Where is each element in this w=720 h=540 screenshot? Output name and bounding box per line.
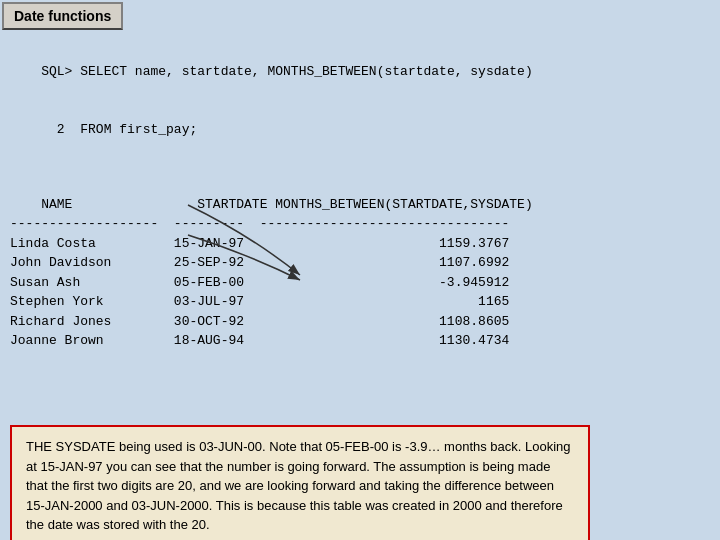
- title-bar: Date functions: [2, 2, 123, 30]
- sql-line1: SQL> SELECT name, startdate, MONTHS_BETW…: [41, 64, 532, 79]
- note-box: THE SYSDATE being used is 03-JUN-00. Not…: [10, 425, 590, 540]
- note-text: THE SYSDATE being used is 03-JUN-00. Not…: [26, 439, 571, 532]
- output-block: NAME STARTDATE MONTHS_BETWEEN(STARTDATE,…: [10, 175, 710, 409]
- output-header: NAME STARTDATE MONTHS_BETWEEN(STARTDATE,…: [10, 197, 533, 349]
- sql-block: SQL> SELECT name, startdate, MONTHS_BETW…: [10, 42, 710, 159]
- main-content: SQL> SELECT name, startdate, MONTHS_BETW…: [10, 42, 710, 530]
- title-text: Date functions: [14, 8, 111, 24]
- sql-line2: 2 FROM first_pay;: [41, 122, 197, 137]
